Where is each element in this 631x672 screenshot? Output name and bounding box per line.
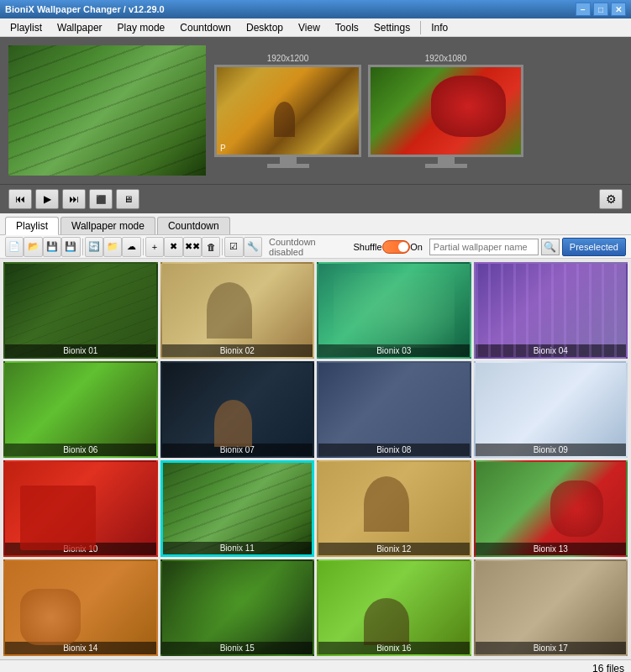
wallpaper-label-wp-17: Bionix 17 xyxy=(476,642,627,654)
monitor-2-frame xyxy=(368,65,523,157)
preview-area: 1920x1200 P 1920x1080 xyxy=(0,37,631,184)
shuffle-label: Shuffle xyxy=(354,242,382,252)
monitor-1-screen: P xyxy=(217,67,359,155)
menu-view[interactable]: View xyxy=(292,20,327,35)
shuffle-on-label: On xyxy=(410,242,423,252)
wallpaper-item-wp-02[interactable]: Bionix 02 xyxy=(160,262,315,359)
wallpaper-item-wp-13[interactable]: Bionix 13 xyxy=(474,460,628,557)
tab-wallpaper-mode[interactable]: Wallpaper mode xyxy=(60,217,155,234)
wallpaper-item-wp-08[interactable]: Bionix 08 xyxy=(317,361,471,458)
save-button[interactable]: 💾 xyxy=(43,237,61,257)
sep-3 xyxy=(222,239,223,255)
search-input[interactable] xyxy=(429,239,539,255)
wallpaper-label-wp-06: Bionix 06 xyxy=(5,444,156,456)
monitor-2-screen xyxy=(371,67,521,155)
settings-button[interactable]: ⚙ xyxy=(599,189,623,209)
wallpaper-item-wp-11[interactable]: Bionix 11 xyxy=(160,460,315,557)
wallpaper-item-wp-10[interactable]: Bionix 10 xyxy=(3,460,158,557)
menu-desktop[interactable]: Desktop xyxy=(239,20,290,35)
stop-button[interactable]: ⬛ xyxy=(89,189,113,209)
toggle-knob xyxy=(398,242,408,252)
new-playlist-button[interactable]: 📄 xyxy=(5,237,24,257)
monitor-2: 1920x1080 xyxy=(368,54,523,168)
wallpaper-label-wp-03: Bionix 03 xyxy=(318,344,470,357)
close-button[interactable]: ✕ xyxy=(611,3,626,16)
tabs-bar: Playlist Wallpaper mode Countdown xyxy=(0,213,631,235)
wallpaper-item-wp-12[interactable]: Bionix 12 xyxy=(317,460,471,557)
monitor-1: 1920x1200 P xyxy=(214,54,361,168)
menu-playmode[interactable]: Play mode xyxy=(111,20,172,35)
wallpaper-item-wp-06[interactable]: Bionix 06 xyxy=(3,361,158,458)
monitor-2-stand xyxy=(438,157,455,164)
desktop-button[interactable]: 🖥 xyxy=(116,189,139,209)
wallpaper-label-wp-07: Bionix 07 xyxy=(162,444,313,456)
wallpaper-label-wp-14: Bionix 14 xyxy=(5,642,156,654)
remove-btn2[interactable]: 🗑 xyxy=(202,237,220,257)
menu-countdown[interactable]: Countdown xyxy=(173,20,238,35)
shuffle-toggle[interactable] xyxy=(382,240,411,254)
next-button[interactable]: ⏭ xyxy=(62,189,86,209)
wallpaper-label-wp-15: Bionix 15 xyxy=(162,642,313,654)
prev-button[interactable]: ⏮ xyxy=(8,189,32,209)
wallpaper-label-wp-09: Bionix 09 xyxy=(476,444,627,456)
wallpaper-label-wp-11: Bionix 11 xyxy=(163,542,313,554)
sep-1 xyxy=(82,239,83,255)
menu-tools[interactable]: Tools xyxy=(329,20,365,35)
open-button[interactable]: 📂 xyxy=(24,237,42,257)
monitor-1-plabel: P xyxy=(220,144,226,153)
refresh-button[interactable]: 🔄 xyxy=(85,237,103,257)
monitor-1-base xyxy=(267,164,309,168)
remove-button[interactable]: ✖ xyxy=(164,237,182,257)
menu-playlist[interactable]: Playlist xyxy=(3,20,49,35)
title-text: BioniX Wallpaper Changer / v12.29.0 xyxy=(5,4,165,14)
playlist-toolbar: 📄 📂 💾 💾 🔄 📁 ☁ + ✖ ✖✖ 🗑 ☑ 🔧 Countdown dis… xyxy=(0,235,631,259)
menu-info[interactable]: Info xyxy=(424,20,455,35)
file-count: 16 files xyxy=(592,663,624,673)
search-area: 🔍 Preselected xyxy=(429,238,626,256)
maximize-button[interactable]: □ xyxy=(593,3,608,16)
monitor-1-frame: P xyxy=(214,65,361,157)
menu-settings[interactable]: Settings xyxy=(367,20,417,35)
preselected-button[interactable]: Preselected xyxy=(562,238,626,256)
cloud-button[interactable]: ☁ xyxy=(122,237,140,257)
current-wallpaper-preview xyxy=(8,45,206,176)
monitor-1-stand xyxy=(280,157,297,164)
wallpaper-label-wp-10: Bionix 10 xyxy=(5,543,156,555)
wallpaper-item-wp-16[interactable]: Bionix 16 xyxy=(317,559,471,656)
status-bar: 16 files xyxy=(0,659,631,672)
remove-all-button[interactable]: ✖✖ xyxy=(183,237,202,257)
wallpaper-item-wp-14[interactable]: Bionix 14 xyxy=(3,559,158,656)
tab-countdown[interactable]: Countdown xyxy=(157,217,230,234)
wallpaper-label-wp-08: Bionix 08 xyxy=(318,444,470,456)
monitor-2-resolution: 1920x1080 xyxy=(425,54,467,63)
save-as-button[interactable]: 💾 xyxy=(61,237,80,257)
search-button[interactable]: 🔍 xyxy=(541,239,560,255)
add-folder-button[interactable]: 📁 xyxy=(103,237,122,257)
select-button[interactable]: ☑ xyxy=(224,237,243,257)
menu-bar: Playlist Wallpaper Play mode Countdown D… xyxy=(0,18,631,37)
wallpaper-item-wp-01[interactable]: Bionix 01 xyxy=(3,262,158,359)
preview-image xyxy=(8,45,206,176)
tools-button[interactable]: 🔧 xyxy=(244,237,262,257)
wallpaper-item-wp-04[interactable]: Bionix 04 xyxy=(474,262,628,359)
wallpaper-item-wp-09[interactable]: Bionix 09 xyxy=(474,361,628,458)
play-button[interactable]: ▶ xyxy=(35,189,59,209)
wallpaper-label-wp-02: Bionix 02 xyxy=(162,344,313,357)
title-bar: BioniX Wallpaper Changer / v12.29.0 − □ … xyxy=(0,0,631,18)
add-button[interactable]: + xyxy=(145,237,164,257)
minimize-button[interactable]: − xyxy=(576,3,591,16)
wallpaper-label-wp-16: Bionix 16 xyxy=(318,642,470,654)
menu-separator xyxy=(420,21,421,34)
wallpaper-label-wp-04: Bionix 04 xyxy=(476,344,627,357)
wallpaper-grid: Bionix 01Bionix 02Bionix 03Bionix 04Bion… xyxy=(0,259,631,659)
wallpaper-label-wp-01: Bionix 01 xyxy=(5,344,156,357)
wallpaper-item-wp-17[interactable]: Bionix 17 xyxy=(474,559,628,656)
playback-controls: ⏮ ▶ ⏭ ⬛ 🖥 ⚙ xyxy=(0,184,631,213)
wallpaper-item-wp-07[interactable]: Bionix 07 xyxy=(160,361,315,458)
wallpaper-item-wp-15[interactable]: Bionix 15 xyxy=(160,559,315,656)
menu-wallpaper[interactable]: Wallpaper xyxy=(50,20,109,35)
monitor-previews: 1920x1200 P 1920x1080 xyxy=(214,54,523,168)
tab-playlist[interactable]: Playlist xyxy=(5,217,59,235)
wallpaper-item-wp-03[interactable]: Bionix 03 xyxy=(317,262,471,359)
countdown-message: Countdown disabled xyxy=(269,237,346,257)
